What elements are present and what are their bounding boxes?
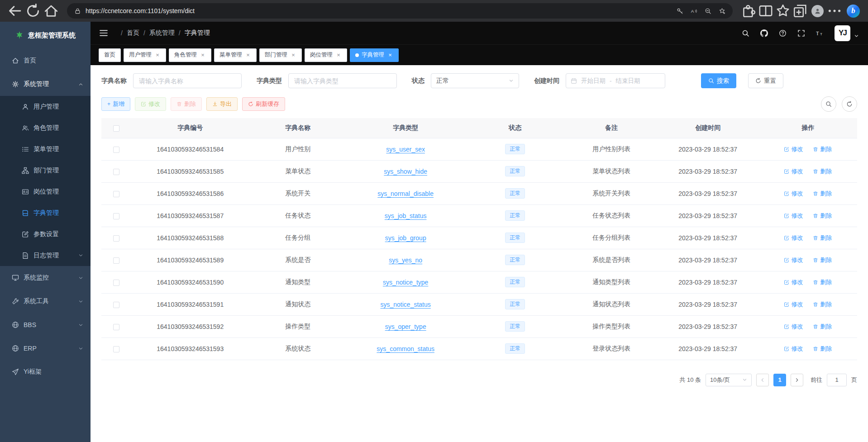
tab[interactable]: 用户管理 × bbox=[124, 48, 166, 62]
dict-name-input[interactable] bbox=[133, 73, 242, 88]
row-delete-link[interactable]: 删除 bbox=[813, 234, 832, 242]
row-delete-link[interactable]: 删除 bbox=[813, 345, 832, 353]
row-checkbox[interactable] bbox=[113, 324, 119, 330]
toolbar-button[interactable]: + 新增 bbox=[101, 97, 130, 111]
row-edit-link[interactable]: 修改 bbox=[784, 190, 803, 198]
row-checkbox[interactable] bbox=[113, 169, 119, 175]
tab[interactable]: 字典管理 × bbox=[350, 48, 399, 62]
next-page-button[interactable] bbox=[791, 374, 803, 386]
toolbar-button[interactable]: 修改 bbox=[135, 97, 166, 111]
fullscreen-icon[interactable] bbox=[797, 29, 805, 37]
sidebar-item[interactable]: 日志管理 bbox=[0, 245, 91, 266]
row-delete-link[interactable]: 删除 bbox=[813, 167, 832, 176]
sidebar-item[interactable]: 字典管理 bbox=[0, 202, 91, 223]
row-delete-link[interactable]: 删除 bbox=[813, 278, 832, 286]
url-text[interactable]: https://ccnetcore.com:1101/system/dict bbox=[86, 7, 672, 14]
star-plus-icon[interactable] bbox=[719, 8, 725, 14]
close-icon[interactable]: × bbox=[200, 52, 206, 58]
key-icon[interactable] bbox=[677, 8, 683, 14]
github-icon[interactable] bbox=[760, 29, 768, 37]
tab[interactable]: 首页 bbox=[99, 48, 121, 62]
tab[interactable]: 岗位管理 × bbox=[305, 48, 347, 62]
status-select[interactable]: 正常 bbox=[431, 73, 519, 88]
dict-type-link[interactable]: sys_common_status bbox=[377, 345, 434, 352]
search-icon[interactable] bbox=[742, 29, 749, 37]
row-checkbox[interactable] bbox=[113, 213, 119, 219]
sidebar-item[interactable]: 系统监控 bbox=[0, 266, 91, 290]
close-icon[interactable]: × bbox=[245, 52, 251, 58]
reset-button[interactable]: 重置 bbox=[748, 73, 783, 88]
row-edit-link[interactable]: 修改 bbox=[784, 323, 803, 331]
dict-type-link[interactable]: sys_show_hide bbox=[384, 168, 427, 175]
search-button[interactable]: 搜索 bbox=[701, 73, 736, 88]
read-aloud-icon[interactable]: A bbox=[691, 8, 697, 14]
puzzle-icon[interactable] bbox=[741, 3, 756, 19]
close-icon[interactable]: × bbox=[335, 52, 342, 58]
close-icon[interactable]: × bbox=[387, 52, 393, 58]
sidebar-item[interactable]: 岗位管理 bbox=[0, 181, 91, 202]
hamburger-icon[interactable] bbox=[100, 29, 108, 37]
profile-avatar[interactable] bbox=[810, 3, 825, 19]
tab[interactable]: 部门管理 × bbox=[259, 48, 302, 62]
dict-type-link[interactable]: sys_user_sex bbox=[386, 146, 425, 153]
row-delete-link[interactable]: 删除 bbox=[813, 145, 832, 153]
sidebar-item[interactable]: 菜单管理 bbox=[0, 138, 91, 160]
row-delete-link[interactable]: 删除 bbox=[813, 212, 832, 220]
copilot-icon[interactable]: b bbox=[847, 5, 860, 18]
dict-type-link[interactable]: sys_notice_type bbox=[383, 279, 428, 286]
toggle-search-button[interactable] bbox=[821, 96, 836, 112]
row-edit-link[interactable]: 修改 bbox=[784, 300, 803, 309]
row-edit-link[interactable]: 修改 bbox=[784, 145, 803, 153]
row-checkbox[interactable] bbox=[113, 147, 119, 153]
row-edit-link[interactable]: 修改 bbox=[784, 167, 803, 176]
tab[interactable]: 菜单管理 × bbox=[214, 48, 257, 62]
row-delete-link[interactable]: 删除 bbox=[813, 323, 832, 331]
row-checkbox[interactable] bbox=[113, 257, 119, 264]
row-delete-link[interactable]: 删除 bbox=[813, 300, 832, 309]
sidebar-item[interactable]: 参数设置 bbox=[0, 223, 91, 245]
split-screen-icon[interactable] bbox=[758, 3, 773, 19]
breadcrumb-item[interactable]: 首页 bbox=[127, 29, 139, 37]
toolbar-button[interactable]: 导出 bbox=[206, 97, 238, 111]
dict-type-link[interactable]: sys_normal_disable bbox=[377, 190, 434, 197]
toolbar-button[interactable]: 删除 bbox=[171, 97, 202, 111]
close-icon[interactable]: × bbox=[154, 52, 161, 58]
dict-type-link[interactable]: sys_job_group bbox=[385, 234, 426, 242]
question-circle-icon[interactable] bbox=[779, 29, 787, 37]
date-range-picker[interactable]: 开始日期 - 结束日期 bbox=[566, 73, 665, 88]
sidebar-item[interactable]: Yi框架 bbox=[0, 360, 91, 384]
row-delete-link[interactable]: 删除 bbox=[813, 256, 832, 264]
sidebar-item[interactable]: ERP bbox=[0, 337, 91, 360]
page-size-select[interactable]: 10条/页 bbox=[706, 374, 752, 386]
close-icon[interactable]: × bbox=[290, 52, 296, 58]
address-bar[interactable]: https://ccnetcore.com:1101/system/dict A bbox=[67, 3, 733, 19]
back-icon[interactable] bbox=[7, 3, 23, 19]
row-edit-link[interactable]: 修改 bbox=[784, 278, 803, 286]
prev-page-button[interactable] bbox=[756, 374, 769, 386]
breadcrumb-item[interactable]: 系统管理 bbox=[149, 29, 175, 37]
row-edit-link[interactable]: 修改 bbox=[784, 345, 803, 353]
row-delete-link[interactable]: 删除 bbox=[813, 190, 832, 198]
dict-type-input[interactable] bbox=[288, 73, 397, 88]
refresh-table-button[interactable] bbox=[842, 96, 857, 112]
caret-down-icon[interactable] bbox=[854, 33, 859, 38]
sidebar-item[interactable]: 用户管理 bbox=[0, 96, 91, 117]
toolbar-button[interactable]: 刷新缓存 bbox=[242, 97, 285, 111]
select-all-checkbox[interactable] bbox=[113, 125, 119, 132]
row-checkbox[interactable] bbox=[113, 235, 119, 242]
dict-type-link[interactable]: sys_yes_no bbox=[389, 257, 422, 264]
dict-type-link[interactable]: sys_job_status bbox=[385, 212, 427, 219]
row-checkbox[interactable] bbox=[113, 191, 119, 197]
sidebar-item[interactable]: BBS bbox=[0, 313, 91, 337]
sidebar-item[interactable]: 部门管理 bbox=[0, 160, 91, 181]
yi-logo[interactable]: YJ bbox=[835, 25, 850, 41]
dict-type-link[interactable]: sys_oper_type bbox=[385, 323, 426, 330]
zoom-out-icon[interactable] bbox=[705, 8, 711, 14]
sidebar-item[interactable]: 系统管理 bbox=[0, 72, 91, 96]
sidebar-item[interactable]: 角色管理 bbox=[0, 117, 91, 138]
refresh-icon[interactable] bbox=[25, 3, 41, 19]
breadcrumb-item[interactable]: 字典管理 bbox=[185, 29, 210, 37]
browser-menu-icon[interactable] bbox=[827, 3, 842, 19]
sidebar-item[interactable]: 系统工具 bbox=[0, 290, 91, 313]
collections-icon[interactable] bbox=[792, 3, 808, 19]
